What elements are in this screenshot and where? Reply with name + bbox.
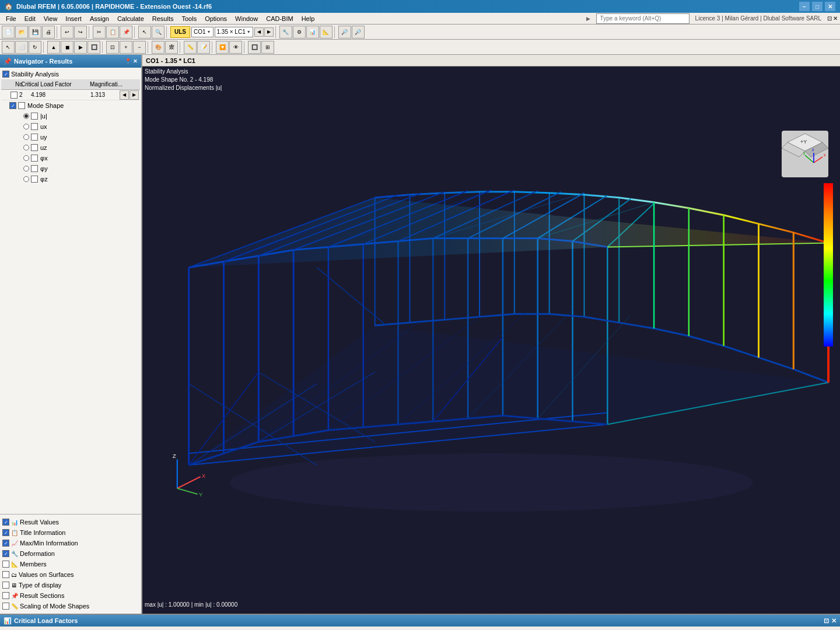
checkbox-phiz[interactable] — [31, 176, 38, 183]
maxmin-row[interactable]: ✓ 📈 Max/Min Information — [1, 538, 140, 548]
rotate-button[interactable]: ↻ — [29, 41, 41, 54]
vs-checkbox[interactable] — [2, 571, 9, 578]
title-info-row[interactable]: ✓ 📋 Title Information — [1, 527, 140, 538]
mode-shape-row[interactable]: ✓ Mode Shape — [1, 100, 140, 111]
annotate-button[interactable]: 📝 — [197, 41, 210, 54]
checkbox-ux[interactable] — [31, 123, 38, 130]
menu-edit[interactable]: Edit — [21, 15, 39, 23]
menu-file[interactable]: File — [2, 15, 20, 23]
mode-uy-row[interactable]: uy — [1, 132, 140, 142]
zoom-in[interactable]: + — [120, 41, 132, 54]
tb-icon-6[interactable]: 🔎 — [352, 26, 365, 38]
checkbox-uz[interactable] — [31, 144, 38, 151]
nav-prev[interactable]: ◀ — [254, 27, 264, 37]
mode-phiy-row[interactable]: φy — [1, 163, 140, 174]
row2-next[interactable]: ▶ — [130, 90, 139, 100]
checkbox-phix[interactable] — [31, 155, 38, 162]
title-bar-controls[interactable]: − □ ✕ — [799, 2, 835, 11]
menu-tools[interactable]: Tools — [178, 15, 200, 23]
mode-uz-row[interactable]: uz — [1, 142, 140, 153]
checkbox-phiy[interactable] — [31, 165, 38, 172]
menu-view[interactable]: View — [40, 15, 61, 23]
type-display-row[interactable]: 🖥 Type of display — [1, 580, 140, 590]
radio-phiy[interactable] — [23, 166, 29, 172]
undo-button[interactable]: ↩ — [61, 26, 74, 38]
radio-phiz[interactable] — [23, 176, 29, 182]
td-checkbox[interactable] — [2, 582, 9, 589]
mode-shape-checkbox[interactable]: ✓ — [9, 102, 16, 109]
view-3d[interactable]: 🔲 — [88, 41, 100, 54]
view-side[interactable]: ▶ — [74, 41, 87, 54]
mm-checkbox[interactable]: ✓ — [2, 540, 9, 547]
analysis-checkbox[interactable]: ✓ — [2, 71, 9, 78]
view-top[interactable]: ▲ — [47, 41, 60, 54]
viewport[interactable]: CO1 - 1.35 * LC1 Stability Analysis Mode… — [142, 55, 840, 614]
def-checkbox[interactable]: ✓ — [2, 550, 9, 557]
print-button[interactable]: 🖨 — [42, 26, 55, 38]
view-front[interactable]: ◼ — [61, 41, 74, 54]
mode-u-row[interactable]: |u| — [1, 111, 140, 121]
cursor-button[interactable]: ↖ — [2, 41, 15, 54]
grid-button[interactable]: ⊞ — [261, 41, 274, 54]
filter-button[interactable]: 🔽 — [216, 41, 229, 54]
menu-insert[interactable]: Insert — [62, 15, 85, 23]
paste-button[interactable]: 📌 — [120, 26, 132, 38]
visibility-button[interactable]: 👁 — [229, 41, 242, 54]
values-surfaces-row[interactable]: 🗂 Values on Surfaces — [1, 569, 140, 580]
wire-button[interactable]: 🕸 — [165, 41, 178, 54]
nav-pin-icon[interactable]: 📍 — [125, 58, 131, 64]
checkbox-u[interactable] — [31, 113, 38, 120]
copy-button[interactable]: 📋 — [106, 26, 119, 38]
rv-checkbox[interactable]: ✓ — [2, 519, 9, 526]
render-button[interactable]: 🎨 — [152, 41, 164, 54]
row2-prev[interactable]: ◀ — [120, 90, 129, 100]
result-values-row[interactable]: ✓ 📊 Result Values — [1, 517, 140, 527]
license-close[interactable]: ✕ — [833, 15, 838, 22]
mode-phiz-row[interactable]: φz — [1, 174, 140, 184]
radio-u[interactable] — [23, 113, 29, 119]
mode-phix-row[interactable]: φx — [1, 153, 140, 163]
menu-calculate[interactable]: Calculate — [114, 15, 148, 23]
menu-cad-bim[interactable]: CAD-BIM — [262, 15, 296, 23]
tb-icon-2[interactable]: ⚙ — [293, 26, 306, 38]
menu-assign[interactable]: Assign — [86, 15, 113, 23]
open-button[interactable]: 📂 — [15, 26, 28, 38]
rs-checkbox[interactable] — [2, 592, 9, 599]
nav-close-icon[interactable]: ✕ — [133, 58, 138, 64]
row2-checkbox[interactable] — [10, 92, 18, 99]
checkbox-uy[interactable] — [31, 134, 38, 141]
tb-icon-1[interactable]: 🔧 — [279, 26, 292, 38]
scaling-row[interactable]: 📏 Scaling of Mode Shapes — [1, 601, 140, 611]
close-button[interactable]: ✕ — [825, 2, 835, 11]
mem-checkbox[interactable] — [2, 561, 9, 568]
analysis-type-row[interactable]: ✓ Stability Analysis — [1, 69, 140, 79]
result-sections-row[interactable]: 📌 Result Sections — [1, 590, 140, 601]
cut-button[interactable]: ✂ — [93, 26, 106, 38]
members-row[interactable]: 📐 Members — [1, 559, 140, 569]
radio-ux[interactable] — [23, 124, 29, 130]
minimize-button[interactable]: − — [799, 2, 810, 11]
mode-shape-sub-checkbox[interactable] — [18, 102, 25, 109]
search-input[interactable] — [596, 13, 690, 24]
nav-cube[interactable]: +Y x y z — [782, 131, 828, 177]
radio-uy[interactable] — [23, 134, 29, 140]
nav-next[interactable]: ▶ — [264, 27, 274, 37]
select-all-button[interactable]: ⬜ — [15, 41, 28, 54]
results-resize-icon[interactable]: ⊡ — [824, 617, 829, 625]
results-close-icon[interactable]: ✕ — [831, 617, 836, 625]
mode-ux-row[interactable]: ux — [1, 121, 140, 132]
tb-icon-4[interactable]: 📐 — [320, 26, 332, 38]
tb-icon-3[interactable]: 📊 — [306, 26, 319, 38]
menu-window[interactable]: Window — [232, 15, 261, 23]
zoom-button[interactable]: 🔍 — [152, 26, 164, 38]
maximize-button[interactable]: □ — [812, 2, 822, 11]
combo2-combo[interactable]: 1.35 × LC1 ▼ — [215, 27, 253, 37]
menu-help[interactable]: Help — [298, 15, 318, 23]
redo-button[interactable]: ↪ — [74, 26, 87, 38]
new-button[interactable]: 📄 — [2, 26, 15, 38]
save-button[interactable]: 💾 — [29, 26, 41, 38]
menu-results[interactable]: Results — [149, 15, 177, 23]
data-row-2[interactable]: 2 4.198 1.313 ◀ ▶ — [1, 90, 140, 100]
measure-button[interactable]: 📏 — [184, 41, 197, 54]
snap-button[interactable]: 🔲 — [248, 41, 261, 54]
